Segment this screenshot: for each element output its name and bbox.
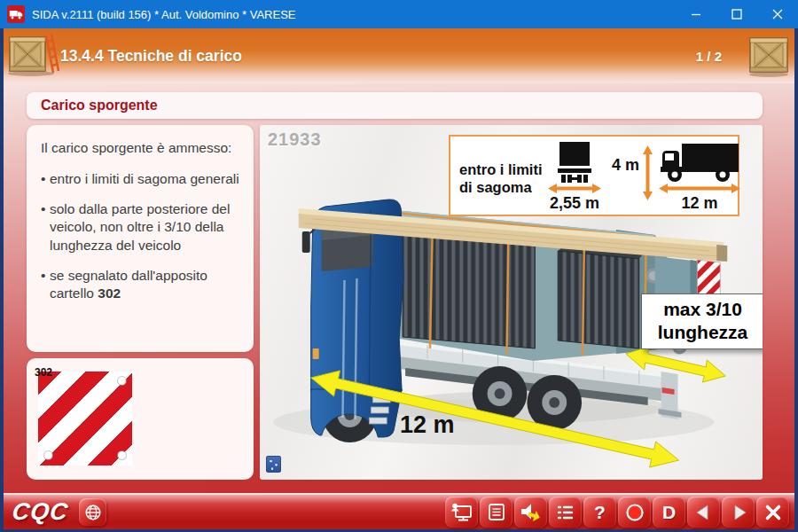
- sign-302-protruding-load: [38, 372, 132, 466]
- document-icon: [486, 502, 507, 523]
- sida-stamp-icon: [266, 456, 281, 473]
- dictionary-button[interactable]: D: [653, 497, 685, 528]
- intro-text: Il carico sporgente è ammesso:: [41, 139, 246, 157]
- minimize-button[interactable]: [676, 0, 716, 28]
- classroom-monitor-button[interactable]: [445, 497, 478, 528]
- question-mark-icon: ?: [594, 503, 606, 521]
- list-icon: [555, 502, 576, 523]
- title-bar: SIDA v.2111 (build 156) * Aut. Voldomino…: [0, 0, 798, 28]
- next-button[interactable]: [722, 497, 755, 528]
- illustration-panel: 21933 entro i limiti di sagoma: [260, 125, 763, 480]
- monitor-user-icon: [450, 502, 473, 523]
- app-window: SIDA v.2111 (build 156) * Aut. Voldomino…: [0, 0, 798, 532]
- bottom-toolbar: CQC: [4, 493, 794, 529]
- bullet-item: entro i limiti di sagoma generali: [41, 170, 246, 188]
- width-value: 2,55 m: [550, 194, 599, 213]
- truck-rear-icon: [557, 142, 592, 183]
- max-length-box: max 3/10 lunghezza: [641, 293, 763, 349]
- sign-hole: [118, 451, 126, 459]
- next-arrow-icon: [728, 502, 749, 523]
- index-list-button[interactable]: [549, 497, 582, 528]
- sign-panel: 302: [27, 358, 254, 480]
- limits-caption: entro i limiti di sagoma: [459, 161, 543, 197]
- record-icon: [624, 502, 645, 523]
- width-limit-figure: 2,55 m: [543, 142, 606, 213]
- lesson-title: 13.4.4 Tecniche di carico: [60, 47, 242, 66]
- sign-number-label: 302: [35, 366, 52, 379]
- crate-ladder-icon: [6, 32, 61, 82]
- lesson-header: 13.4.4 Tecniche di carico 1 / 2: [4, 28, 794, 83]
- app-truck-icon: [7, 5, 25, 23]
- bullet-list: entro i limiti di sagoma generali solo d…: [41, 170, 246, 302]
- sign-hole: [44, 451, 52, 459]
- height-value: 4 m: [612, 156, 639, 175]
- close-window-button[interactable]: [757, 0, 798, 28]
- length-limit-figure: 12 m: [655, 142, 744, 213]
- total-length-label: 12 m: [400, 411, 455, 439]
- audio-button[interactable]: [514, 497, 547, 528]
- globe-button[interactable]: [79, 498, 106, 526]
- crate-icon: [745, 35, 793, 81]
- lesson-text-panel: Il carico sporgente è ammesso: entro i l…: [27, 125, 254, 352]
- bullet-item: solo dalla parte posteriore del veicolo,…: [41, 200, 246, 254]
- height-arrow-icon: [642, 144, 653, 202]
- sign-hole: [118, 377, 126, 385]
- maximize-button[interactable]: [716, 0, 757, 28]
- bullet-item: se segnalato dall'apposito cartello 302: [41, 267, 246, 302]
- window-title: SIDA v.2111 (build 156) * Aut. Voldomino…: [32, 8, 295, 21]
- text-summary-button[interactable]: [480, 497, 512, 528]
- section-title: Carico sporgente: [41, 98, 158, 113]
- record-button[interactable]: [618, 497, 651, 528]
- width-arrow-icon: [546, 183, 603, 194]
- length-arrow-icon: [657, 183, 742, 194]
- lesson-content: Carico sporgente Il carico sporgente è a…: [4, 83, 794, 493]
- help-button[interactable]: ?: [583, 497, 616, 528]
- limits-info-box: entro i limiti di sagoma: [449, 135, 739, 216]
- globe-icon: [83, 503, 103, 522]
- height-limit-figure: 4 m: [612, 144, 653, 202]
- truck-side-icon: [657, 142, 742, 183]
- length-value: 12 m: [682, 194, 718, 213]
- letter-d-icon: D: [662, 503, 676, 521]
- previous-arrow-icon: [693, 502, 715, 523]
- exit-button[interactable]: [756, 497, 789, 528]
- previous-button[interactable]: [687, 497, 720, 528]
- image-id-watermark: 21933: [268, 129, 322, 150]
- speaker-icon: [520, 502, 543, 523]
- cqc-logo: CQC: [11, 498, 70, 526]
- section-title-bar: Carico sporgente: [27, 92, 763, 119]
- close-icon: [763, 502, 784, 523]
